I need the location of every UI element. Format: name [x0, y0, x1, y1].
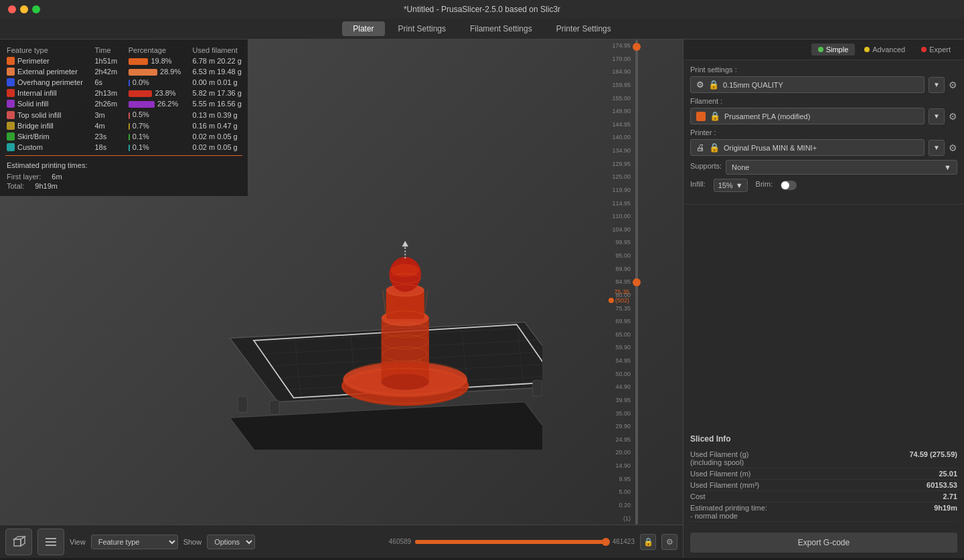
stats-overlay: Feature type Time Percentage Used filame… [0, 39, 248, 196]
stats-row: Top solid infill3m0.5%0.13 m 0.39 g [0, 109, 248, 120]
total-value: 9h19m [35, 182, 58, 190]
close-button[interactable] [8, 5, 16, 13]
tab-printer-settings[interactable]: Printer Settings [546, 21, 622, 36]
feature-name-cell: Perimeter [0, 56, 89, 66]
view-layers-button[interactable] [37, 529, 64, 555]
time-cell: 6s [89, 77, 123, 88]
show-select[interactable]: Options [207, 535, 255, 549]
ruler-number: 125.00 [604, 173, 631, 180]
mode-expert-button[interactable]: Expert [914, 43, 957, 56]
v-slider-track [635, 39, 638, 525]
ruler-number: 84.95 [604, 278, 631, 285]
right-panel: Simple Advanced Expert Print settings : … [683, 39, 964, 558]
svg-marker-43 [21, 537, 25, 546]
v-slider-thumb-top[interactable] [633, 43, 641, 51]
v-slider-thumb-mid[interactable] [633, 278, 641, 286]
cost-key: Cost [690, 492, 706, 500]
printer-select[interactable]: 🖨 🔒 Original Prusa MINI & MINI+ [690, 139, 925, 156]
mode-simple-button[interactable]: Simple [811, 43, 856, 56]
stats-table: Feature type Time Percentage Used filame… [0, 45, 248, 153]
print-settings-dropdown-btn[interactable]: ▼ [929, 77, 945, 93]
ruler-number: 155.00 [604, 95, 631, 102]
window-title: *Untitled - PrusaSlicer-2.5.0 based on S… [404, 5, 560, 14]
feature-name-cell: Bridge infill [0, 120, 89, 131]
ruler-number: 5.00 [604, 488, 631, 495]
stats-row: Custom18s0.1%0.02 m 0.05 g [0, 142, 248, 153]
tab-plater[interactable]: Plater [342, 21, 384, 36]
view-select[interactable]: Feature type Height (gradient) Width (gr… [91, 535, 178, 549]
pct-cell: 0.1% [123, 131, 187, 142]
brim-toggle[interactable] [781, 181, 797, 190]
mode-expert-dot [921, 47, 927, 52]
ruler-number: 14.90 [604, 462, 631, 469]
filament-cell: 0.16 m 0.47 g [187, 120, 248, 131]
ruler-number: 24.95 [604, 436, 631, 443]
filament-cell: 5.82 m 17.36 g [187, 88, 248, 98]
mode-advanced-button[interactable]: Advanced [858, 43, 912, 56]
ruler-number: 174.95 [604, 42, 631, 49]
used-filament-m-row: Used Filament (m) 25.01 [690, 468, 957, 480]
feature-name-cell: Solid infill [0, 98, 89, 109]
print-settings-select[interactable]: ⚙ 🔒 0.15mm QUALITY [690, 76, 925, 93]
printer-value: Original Prusa MINI & MINI+ [724, 144, 918, 152]
tab-print-settings[interactable]: Print Settings [388, 21, 457, 36]
stats-row: Internal infill2h13m23.8%5.82 m 17.36 g [0, 88, 248, 98]
filament-dropdown-btn[interactable]: ▼ [929, 108, 945, 124]
svg-point-19 [382, 373, 429, 389]
svg-rect-17 [382, 318, 429, 381]
ruler-number: 159.95 [604, 82, 631, 88]
minimize-button[interactable] [20, 5, 28, 13]
filament-gear-btn[interactable]: ⚙ [949, 111, 957, 122]
time-cell: 4m [89, 120, 123, 131]
used-filament-m-key: Used Filament (m) [690, 470, 750, 478]
printer-lock-icon: 🔒 [709, 143, 720, 153]
ruler-numbers: 174.95170.00164.90159.95155.00149.90144.… [604, 39, 631, 525]
ruler-number: 59.90 [604, 344, 631, 351]
pct-cell: 23.8% [123, 88, 187, 98]
filament-select[interactable]: 🔒 Prusament PLA (modified) [690, 108, 925, 124]
ruler-number: 20.00 [604, 449, 631, 456]
printer-dropdown-btn[interactable]: ▼ [929, 140, 945, 156]
mode-expert-label: Expert [929, 45, 951, 54]
titlebar: *Untitled - PrusaSlicer-2.5.0 based on S… [0, 0, 964, 19]
h-slider-track[interactable] [415, 540, 608, 544]
time-cell: 3m [89, 109, 123, 120]
settings-button[interactable]: ⚙ [661, 534, 677, 550]
svg-rect-35 [238, 396, 247, 412]
ruler-number: 110.00 [604, 213, 631, 219]
svg-line-34 [424, 290, 428, 318]
feature-name-cell: Top solid infill [0, 109, 89, 120]
maximize-button[interactable] [32, 5, 40, 13]
mode-simple-dot [818, 47, 823, 52]
time-cell: 2h13m [89, 88, 123, 98]
printer-gear-btn[interactable]: ⚙ [949, 143, 957, 153]
ruler-number: 50.00 [604, 371, 631, 377]
sliced-info-section: Sliced Info Used Filament (g) (including… [684, 429, 964, 527]
pct-cell: 28.9% [123, 66, 187, 77]
ruler-number: 140.00 [604, 134, 631, 141]
used-filament-g-key: Used Filament (g) (including spool) [690, 450, 748, 466]
export-gcode-button[interactable]: Export G-code [690, 533, 957, 553]
ruler-number: 149.90 [604, 108, 631, 114]
tab-filament-settings[interactable]: Filament Settings [459, 21, 543, 36]
ruler-number: 170.00 [604, 56, 631, 62]
vertical-slider[interactable] [631, 39, 643, 525]
infill-arrow: ▼ [736, 181, 743, 189]
supports-arrow: ▼ [944, 163, 951, 171]
view-3d-button[interactable] [5, 529, 32, 555]
col-used-filament: Used filament [187, 45, 248, 56]
lock-button[interactable]: 🔒 [640, 534, 656, 550]
h-slider-thumb[interactable] [602, 538, 610, 546]
time-cell: 2h42m [89, 66, 123, 77]
slider-min-val: 460589 [389, 538, 411, 545]
ruler-annotation-value2: (502) [615, 297, 629, 304]
svg-rect-36 [533, 380, 542, 396]
supports-select[interactable]: None ▼ [726, 160, 957, 175]
svg-rect-37 [270, 400, 279, 414]
cube-icon [11, 535, 26, 549]
first-layer-label: First layer: [7, 173, 41, 181]
infill-label: Infill: [690, 180, 706, 188]
infill-select[interactable]: 15% ▼ [714, 179, 748, 192]
print-settings-gear-btn[interactable]: ⚙ [949, 80, 957, 90]
svg-marker-40 [402, 241, 408, 246]
